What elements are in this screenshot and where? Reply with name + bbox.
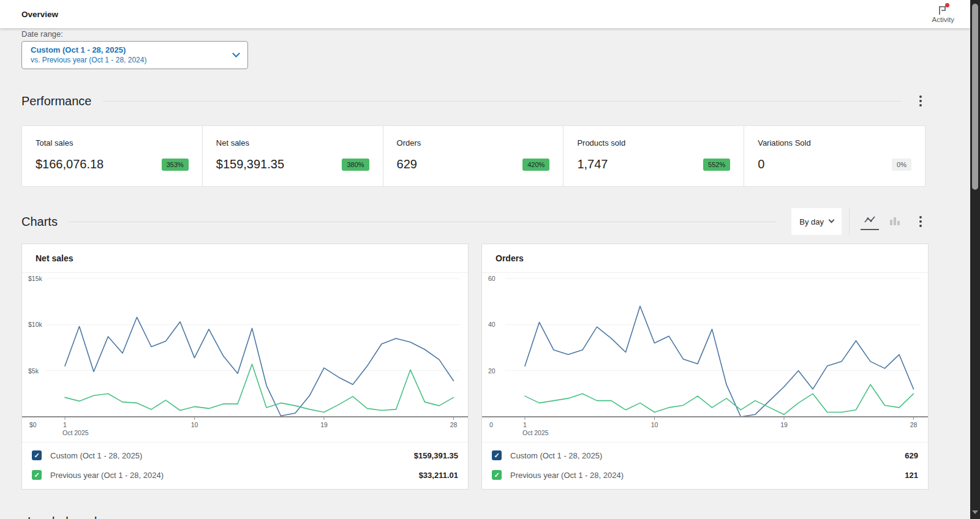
interval-select[interactable]: By day <box>791 208 842 235</box>
activity-panel-button[interactable]: Activity <box>932 6 954 23</box>
line-chart-icon <box>864 215 876 225</box>
performance-stat-card[interactable]: Variations Sold 0 0% <box>744 126 925 186</box>
activity-flag-icon <box>938 6 949 15</box>
divider <box>849 208 850 235</box>
chevron-down-icon <box>232 50 240 58</box>
svg-text:$10k: $10k <box>28 321 43 328</box>
svg-text:Oct 2025: Oct 2025 <box>522 429 549 436</box>
divider <box>69 222 777 222</box>
activity-label: Activity <box>932 16 954 23</box>
svg-text:$0: $0 <box>29 421 37 428</box>
net-sales-chart-card: Net sales $15k$10k$5k$01Oct 2025101928 ✓… <box>21 244 469 490</box>
line-chart-toggle-button[interactable] <box>861 213 879 230</box>
divider <box>103 101 902 102</box>
stat-value: 629 <box>397 157 417 171</box>
stat-value: 0 <box>758 157 764 171</box>
checkbox-checked-icon[interactable]: ✓ <box>492 450 502 460</box>
bar-chart-toggle-button[interactable] <box>886 214 903 230</box>
stat-label: Net sales <box>216 138 369 147</box>
svg-text:60: 60 <box>488 275 496 282</box>
legend-series-total: 629 <box>905 451 918 460</box>
legend-item[interactable]: ✓Custom (Oct 1 - 28, 2025)629 <box>482 446 928 465</box>
checkbox-checked-icon[interactable]: ✓ <box>492 470 502 480</box>
svg-text:10: 10 <box>651 421 658 428</box>
interval-select-value: By day <box>799 217 824 226</box>
scrollbar-thumb[interactable] <box>972 4 978 190</box>
performance-stat-card[interactable]: Orders 629 420% <box>383 126 564 186</box>
bar-chart-icon <box>889 216 900 225</box>
chart-legend: ✓Custom (Oct 1 - 28, 2025)629✓Previous y… <box>482 442 928 485</box>
chart-title: Orders <box>482 244 928 273</box>
svg-text:$5k: $5k <box>28 367 39 375</box>
svg-text:0: 0 <box>489 421 493 428</box>
svg-text:10: 10 <box>191 421 198 428</box>
svg-text:19: 19 <box>320 421 328 428</box>
stat-label: Total sales <box>36 138 189 147</box>
svg-text:1: 1 <box>523 421 527 428</box>
stat-label: Orders <box>397 138 550 147</box>
chart-canvas: $15k$10k$5k$01Oct 2025101928 <box>22 273 468 442</box>
legend-series-label: Previous year (Oct 1 - 28, 2024) <box>50 471 419 480</box>
stat-label: Products sold <box>577 138 730 147</box>
performance-section-header: Performance <box>21 93 925 109</box>
svg-text:19: 19 <box>780 421 788 428</box>
stat-delta-badge: 0% <box>892 159 911 171</box>
checkbox-checked-icon[interactable]: ✓ <box>32 470 42 480</box>
orders-series-line-1 <box>525 384 914 414</box>
performance-stat-card[interactable]: Total sales $166,076.18 353% <box>22 126 203 186</box>
net-sales-series-line-1 <box>65 364 454 412</box>
stat-delta-badge: 380% <box>342 159 369 171</box>
stat-value: 1,747 <box>577 157 608 171</box>
svg-text:28: 28 <box>910 421 918 428</box>
legend-series-total: 121 <box>905 471 918 480</box>
leaderboards-title: Leaderboards <box>28 515 103 519</box>
orders-chart-card: Orders 60402001Oct 2025101928 ✓Custom (O… <box>481 244 929 490</box>
svg-text:20: 20 <box>488 367 496 375</box>
chevron-down-icon <box>829 217 835 223</box>
stat-delta-badge: 420% <box>522 159 549 171</box>
legend-series-label: Custom (Oct 1 - 28, 2025) <box>50 451 414 460</box>
legend-item[interactable]: ✓Previous year (Oct 1 - 28, 2024)$33,211… <box>22 465 468 485</box>
date-range-primary: Custom (Oct 1 - 28, 2025) <box>31 45 233 55</box>
legend-series-total: $33,211.01 <box>419 471 458 480</box>
legend-item[interactable]: ✓Custom (Oct 1 - 28, 2025)$159,391.35 <box>22 446 468 465</box>
svg-text:Oct 2025: Oct 2025 <box>62 429 89 436</box>
charts-title: Charts <box>21 215 58 229</box>
stat-delta-badge: 353% <box>162 159 189 171</box>
performance-title: Performance <box>21 94 92 108</box>
stat-value: $159,391.35 <box>216 157 284 171</box>
orders-series-line-0 <box>525 306 914 417</box>
checkbox-checked-icon[interactable]: ✓ <box>32 450 42 460</box>
date-range-label: Date range: <box>21 29 63 39</box>
page-scrollbar[interactable] <box>970 0 980 519</box>
svg-text:1: 1 <box>63 421 67 428</box>
stat-label: Variations Sold <box>758 138 911 147</box>
stat-value: $166,076.18 <box>36 157 104 171</box>
performance-stats-row: Total sales $166,076.18 353% Net sales $… <box>21 125 925 187</box>
stat-delta-badge: 552% <box>703 159 730 171</box>
legend-item[interactable]: ✓Previous year (Oct 1 - 28, 2024)121 <box>482 465 928 485</box>
performance-stat-card[interactable]: Net sales $159,391.35 380% <box>203 126 383 186</box>
charts-menu-button[interactable] <box>916 214 925 230</box>
svg-text:$15k: $15k <box>28 275 43 282</box>
svg-text:40: 40 <box>488 321 496 328</box>
chart-canvas: 60402001Oct 2025101928 <box>482 273 928 442</box>
chart-title: Net sales <box>22 244 468 273</box>
legend-series-label: Custom (Oct 1 - 28, 2025) <box>510 451 905 460</box>
performance-menu-button[interactable] <box>916 93 925 109</box>
date-range-dropdown[interactable]: Custom (Oct 1 - 28, 2025) vs. Previous y… <box>21 41 248 69</box>
chart-legend: ✓Custom (Oct 1 - 28, 2025)$159,391.35✓Pr… <box>22 442 468 485</box>
charts-section-header: Charts By day <box>21 208 925 235</box>
page-title: Overview <box>21 10 58 19</box>
scrollbar-down-arrow-icon[interactable] <box>972 510 978 514</box>
legend-series-label: Previous year (Oct 1 - 28, 2024) <box>510 471 905 480</box>
notification-dot-icon <box>945 3 949 7</box>
top-header-bar: Overview Activity <box>0 0 970 28</box>
date-range-secondary: vs. Previous year (Oct 1 - 28, 2024) <box>31 56 233 65</box>
svg-text:28: 28 <box>450 421 458 428</box>
legend-series-total: $159,391.35 <box>414 451 458 460</box>
net-sales-series-line-0 <box>65 317 454 416</box>
performance-stat-card[interactable]: Products sold 1,747 552% <box>564 126 744 186</box>
